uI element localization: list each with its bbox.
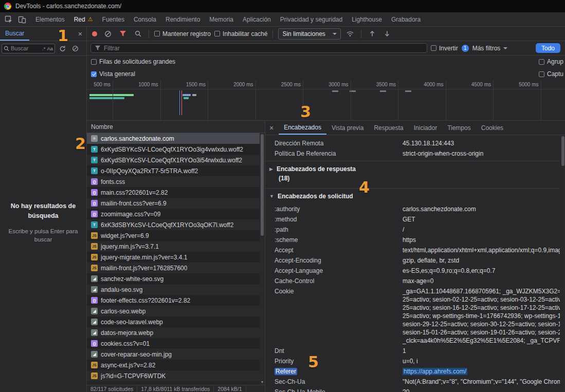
scrollbar-thumb[interactable] [261, 134, 264, 236]
header-name[interactable]: :scheme [275, 235, 403, 245]
details-tab-encabezados[interactable]: Encabezados [279, 121, 326, 135]
request-row[interactable]: ◢cover-reparar-seo-min.jpg [87, 349, 265, 360]
toolbar-separator [361, 30, 361, 38]
tab-rendimiento[interactable]: Rendimiento [161, 12, 205, 26]
tab-label: Memoria [209, 16, 233, 23]
header-name[interactable]: Accept-Encoding [275, 255, 403, 266]
header-name[interactable]: Cache-Control [275, 276, 403, 286]
request-headers-section[interactable]: ▼ Encabezados de solicitud [265, 189, 560, 201]
timeline-tick-label: 3500 ms [361, 82, 396, 87]
header-row: Sec-Ch-Ua"Not(A:Brand";v="8", "Chromium"… [265, 377, 560, 387]
header-name[interactable]: :path [275, 225, 403, 235]
request-row[interactable]: {}zoomimage.css?v=09 [87, 209, 265, 219]
request-row[interactable]: ◢code-seo-laravel.webp [87, 316, 265, 327]
header-name[interactable]: Cookie [275, 286, 403, 296]
header-name[interactable]: Sec-Ch-Ua [275, 377, 403, 387]
request-row[interactable]: T6xKydSBYKcSV-LCoeQqfX1RYOo3i54rwlxdu.wo… [87, 155, 265, 165]
header-value-line: 25=activo; sesion-02-12-25=activo; sesio… [403, 295, 560, 304]
record-network-log-button[interactable] [92, 31, 97, 36]
request-row[interactable]: T6xKydSBYKcSV-LCoeQqfX1RYOo3ig4vwlxdu.wo… [87, 144, 265, 155]
tab-memoria[interactable]: Memoria [205, 12, 238, 26]
tab-privacidad-y-seguridad[interactable]: Privacidad y seguridad [276, 12, 347, 26]
network-conditions-icon[interactable] [344, 28, 356, 40]
disable-cache-checkbox[interactable]: Inhabilitar caché [214, 30, 267, 38]
requests-scrollbar[interactable]: ▼ [260, 133, 265, 385]
request-row[interactable]: T6xK3dSBYKcSV-LCoeQqfX1RYOo3qOK7l.woff2 [87, 219, 265, 230]
request-row[interactable]: JSwidget.js?ver=6.9 [87, 230, 265, 241]
header-row: Accept-Languagees-ES,es;q=0.9,ro;q=0.8,e… [265, 266, 560, 276]
tab-grabadora[interactable]: Grabadora [387, 12, 425, 26]
device-toolbar-icon[interactable] [16, 13, 28, 26]
timeline-tick-label: 500 ms [87, 82, 111, 87]
tab-consola[interactable]: Consola [129, 12, 161, 26]
preserve-log-checkbox[interactable]: Mantener registro [154, 30, 211, 38]
request-rows: ≡carlos.sanchezdonate.comT6xKydSBYKcSV-L… [87, 133, 265, 381]
header-name[interactable]: Accept [275, 245, 403, 255]
header-name[interactable]: Dnt [275, 346, 403, 356]
invert-filter-checkbox[interactable]: Invertir [431, 45, 458, 52]
annotation-number-1: 1 [58, 27, 68, 45]
har-upload-icon[interactable] [367, 28, 378, 40]
network-filter-input[interactable]: Filtrar [90, 43, 427, 53]
header-name[interactable]: :method [275, 214, 403, 225]
header-name[interactable]: Priority [275, 356, 403, 366]
request-row[interactable]: {}fonts.css [87, 176, 265, 187]
big-request-rows-checkbox[interactable]: Filas de solicitudes grandes [91, 58, 175, 65]
throttling-select[interactable]: Sin limitaciones [278, 28, 340, 40]
request-row[interactable]: To-0IIpQoyXQa2RxT7-5r5TRA.woff2 [87, 165, 265, 176]
scrollbar-thumb[interactable] [561, 136, 564, 166]
request-row[interactable]: {}main.css?202601v=2.82 [87, 187, 265, 198]
request-row[interactable]: ◢carlos-seo.webp [87, 306, 265, 316]
regex-toggle[interactable]: .* [42, 46, 45, 51]
request-row[interactable]: JSjquery.min.js?v=3.7.1 [87, 241, 265, 252]
timeline-tick-label: 5000 ms [504, 82, 539, 87]
header-name[interactable]: Referer [275, 366, 403, 377]
overview-checkbox[interactable]: Vista general [91, 70, 135, 78]
close-search-panel-icon[interactable]: × [78, 30, 82, 38]
capture-screenshots-checkbox[interactable]: Captu [539, 70, 565, 78]
request-row[interactable]: JSasync-ext.js?v=2.82 [87, 360, 265, 370]
clear-search-icon[interactable] [69, 43, 81, 54]
details-tab-vista-previa[interactable]: Vista previa [326, 121, 369, 135]
details-scrollbar[interactable] [560, 135, 565, 392]
title-bar: DevTools - carlos.sanchezdonate.com/ [0, 0, 565, 12]
request-row[interactable]: {}footer-effects.css?202601v=2.82 [87, 295, 265, 306]
request-row[interactable]: {}mailin-front.css?ver=6.9 [87, 198, 265, 209]
tab-aplicaci-n[interactable]: Aplicación [238, 12, 276, 26]
network-overview-timeline[interactable]: 500 ms1000 ms1500 ms2000 ms2500 ms3000 m… [87, 80, 565, 121]
search-network-icon[interactable] [132, 28, 143, 40]
header-name[interactable]: Accept-Language [275, 266, 403, 276]
close-details-icon[interactable]: × [269, 124, 274, 132]
search-panel-tab[interactable]: Buscar [0, 27, 29, 41]
inspect-element-icon[interactable] [3, 13, 15, 26]
request-row[interactable]: JSjquery-migrate.min.js?ver=3.4.1 [87, 252, 265, 263]
header-name[interactable]: Sec-Ch-Ua-Mobile [275, 387, 403, 392]
details-tab-tiempos[interactable]: Tiempos [442, 121, 476, 135]
details-tab-respuesta[interactable]: Respuesta [369, 121, 408, 135]
tab-red[interactable]: Red⚠ [69, 12, 98, 26]
name-column-header[interactable]: Nombre [87, 121, 265, 133]
case-sensitive-toggle[interactable]: Aa [47, 46, 53, 51]
tab-lighthouse[interactable]: Lighthouse [347, 12, 387, 26]
clear-network-log-icon[interactable] [102, 28, 114, 40]
request-row[interactable]: {}cookies.css?v=01 [87, 338, 265, 349]
search-input[interactable]: Buscar .* Aa [2, 44, 55, 53]
tab-elementos[interactable]: Elementos [31, 12, 69, 26]
details-tab-iniciador[interactable]: Iniciador [409, 121, 442, 135]
har-download-icon[interactable] [381, 28, 393, 40]
request-row[interactable]: JSmailin-front.js?ver=1762857600 [87, 263, 265, 273]
filter-all-chip[interactable]: Todo [536, 43, 560, 53]
scroll-down-arrow-icon[interactable]: ▼ [261, 380, 264, 384]
request-row[interactable]: ≡carlos.sanchezdonate.com [87, 133, 265, 144]
details-tab-cookies[interactable]: Cookies [476, 121, 508, 135]
request-row[interactable]: ◢datos-mejora.webp [87, 327, 265, 338]
request-row[interactable]: ◢andalu-seo.svg [87, 284, 265, 295]
more-filters-button[interactable]: Más filtros [472, 45, 508, 52]
request-row[interactable]: JSjs?id=G-TCPVF6WTDK [87, 370, 265, 381]
request-row[interactable]: ◢sanchez-white-seo.svg [87, 273, 265, 284]
tab-fuentes[interactable]: Fuentes [98, 12, 129, 26]
filter-toggle-icon[interactable] [117, 28, 129, 40]
group-by-frame-checkbox[interactable]: Agrup [539, 58, 565, 65]
response-headers-section[interactable]: ▶ Encabezados de respuesta [265, 161, 560, 174]
header-name[interactable]: :authority [275, 204, 403, 214]
